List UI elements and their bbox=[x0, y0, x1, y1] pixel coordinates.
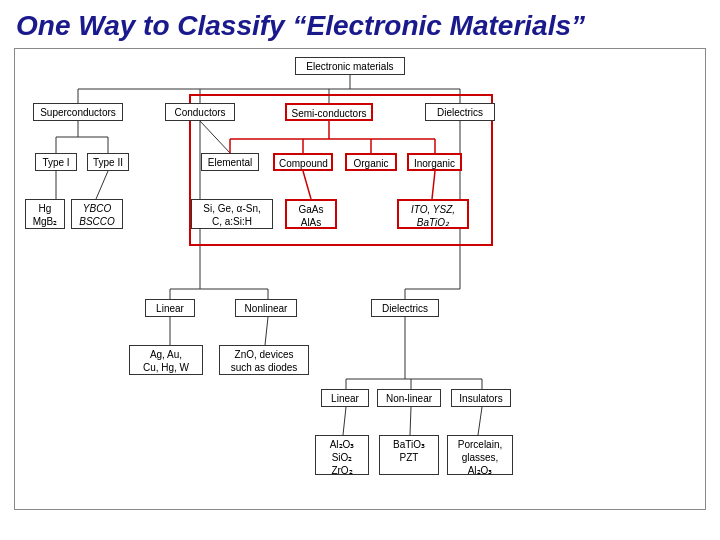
svg-line-16 bbox=[200, 121, 230, 153]
node-insulators: Insulators bbox=[451, 389, 511, 407]
node-linear-diel: Linear bbox=[321, 389, 369, 407]
node-zno-diodes: ZnO, devicessuch as diodes bbox=[219, 345, 309, 375]
node-superconductors: Superconductors bbox=[33, 103, 123, 121]
node-type1: Type I bbox=[35, 153, 77, 171]
node-organic: Organic bbox=[345, 153, 397, 171]
node-ito-ysz: ITO, YSZ,BaTiO₂ bbox=[397, 199, 469, 229]
svg-line-26 bbox=[432, 171, 435, 199]
node-elemental: Elemental bbox=[201, 153, 259, 171]
node-nonlinear-diel: Non-linear bbox=[377, 389, 441, 407]
node-ag-au: Ag, Au,Cu, Hg, W bbox=[129, 345, 203, 375]
node-dielectrics-mid: Dielectrics bbox=[371, 299, 439, 317]
node-al2o3: Al₂O₃SiO₂ZrO₂ bbox=[315, 435, 369, 475]
svg-line-25 bbox=[303, 171, 311, 199]
svg-line-37 bbox=[478, 407, 482, 435]
node-dielectrics-top: Dielectrics bbox=[425, 103, 495, 121]
diagram-container: Electronic materials Superconductors Con… bbox=[14, 48, 706, 510]
svg-line-11 bbox=[96, 171, 108, 199]
svg-line-36 bbox=[410, 407, 411, 435]
node-electronic-materials: Electronic materials bbox=[295, 57, 405, 75]
node-conductors: Conductors bbox=[165, 103, 235, 121]
node-hg-mgb2: HgMgB₂ bbox=[25, 199, 65, 229]
node-type2: Type II bbox=[87, 153, 129, 171]
node-linear-cond: Linear bbox=[145, 299, 195, 317]
node-nonlinear-cond: Nonlinear bbox=[235, 299, 297, 317]
svg-line-35 bbox=[343, 407, 346, 435]
node-ybco-bscco: YBCOBSCCO bbox=[71, 199, 123, 229]
node-porcelain: Porcelain,glasses,Al₂O₃ bbox=[447, 435, 513, 475]
node-semi-conductors: Semi-conductors bbox=[285, 103, 373, 121]
node-batio3-pzt: BaTiO₃PZT bbox=[379, 435, 439, 475]
node-inorganic: Inorganic bbox=[407, 153, 462, 171]
svg-line-18 bbox=[265, 317, 268, 345]
page-title: One Way to Classify “Electronic Material… bbox=[0, 0, 720, 48]
node-compound: Compound bbox=[273, 153, 333, 171]
node-gaas-alas: GaAsAlAs bbox=[285, 199, 337, 229]
node-si-ge: Si, Ge, α-Sn,C, a:Si:H bbox=[191, 199, 273, 229]
